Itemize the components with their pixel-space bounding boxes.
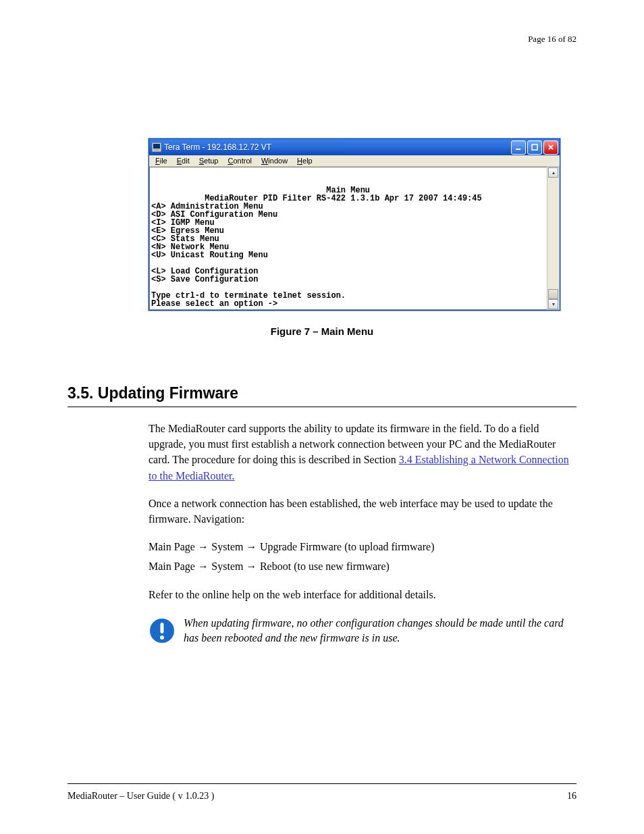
svg-rect-3 [516, 149, 520, 150]
nav-path-2: Main Page → System → Reboot (to use new … [149, 558, 576, 574]
footer-left: MediaRouter – User Guide ( v 1.0.23 ) [68, 791, 214, 802]
svg-rect-8 [161, 623, 164, 633]
minimize-button[interactable] [511, 140, 526, 155]
menubar: File Edit Setup Control Window Help [149, 155, 560, 167]
nav-path-1: Main Page → System → Upgrade Firmware (t… [149, 539, 576, 554]
window-title: Tera Term - 192.168.12.72 VT [164, 142, 511, 152]
teraterm-window: Tera Term - 192.168.12.72 VT File Edit [149, 138, 560, 311]
arrow-right-icon: → [246, 541, 259, 552]
section-heading: 3.5. Updating Firmware [68, 384, 576, 407]
menu-window[interactable]: Window [258, 156, 291, 165]
body-paragraph-1: The MediaRouter card supports the abilit… [149, 421, 576, 484]
figure-caption: Figure 7 – Main Menu [68, 325, 576, 337]
body-paragraph-2: Once a network connection has been estab… [149, 496, 576, 527]
scroll-thumb[interactable] [548, 289, 558, 299]
menu-setup[interactable]: Setup [196, 156, 222, 165]
arrow-right-icon: → [246, 561, 259, 572]
svg-rect-2 [154, 149, 159, 151]
menu-help[interactable]: Help [294, 156, 316, 165]
arrow-right-icon: → [198, 561, 211, 572]
arrow-right-icon: → [198, 541, 211, 552]
window-titlebar: Tera Term - 192.168.12.72 VT [149, 139, 560, 155]
menu-control[interactable]: Control [224, 156, 254, 165]
notice-block: When updating firmware, no other configu… [149, 616, 576, 648]
section-number: 3.5. [68, 384, 93, 402]
scroll-up-button[interactable]: ▴ [548, 167, 558, 178]
maximize-button[interactable] [527, 140, 542, 155]
page-header-number: Page 16 of 82 [528, 34, 576, 45]
svg-rect-4 [532, 145, 537, 150]
section-title: Updating Firmware [98, 384, 238, 402]
alert-icon [149, 617, 176, 648]
vertical-scrollbar[interactable]: ▴ ▾ [547, 167, 560, 310]
svg-rect-1 [153, 144, 160, 149]
terminal-output[interactable]: Main Menu MediaRouter PID Filter RS-422 … [149, 167, 547, 310]
notice-text: When updating firmware, no other configu… [184, 616, 576, 646]
menu-file[interactable]: File [152, 156, 171, 165]
close-button[interactable] [543, 140, 558, 155]
footer-page-number: 16 [567, 791, 576, 802]
scroll-down-button[interactable]: ▾ [548, 299, 558, 309]
terminal-icon [152, 142, 161, 152]
body-paragraph-3: Refer to the online help on the web inte… [149, 587, 576, 602]
page-footer: MediaRouter – User Guide ( v 1.0.23 ) 16 [68, 783, 576, 802]
svg-point-9 [160, 635, 164, 640]
menu-edit[interactable]: Edit [173, 156, 193, 165]
